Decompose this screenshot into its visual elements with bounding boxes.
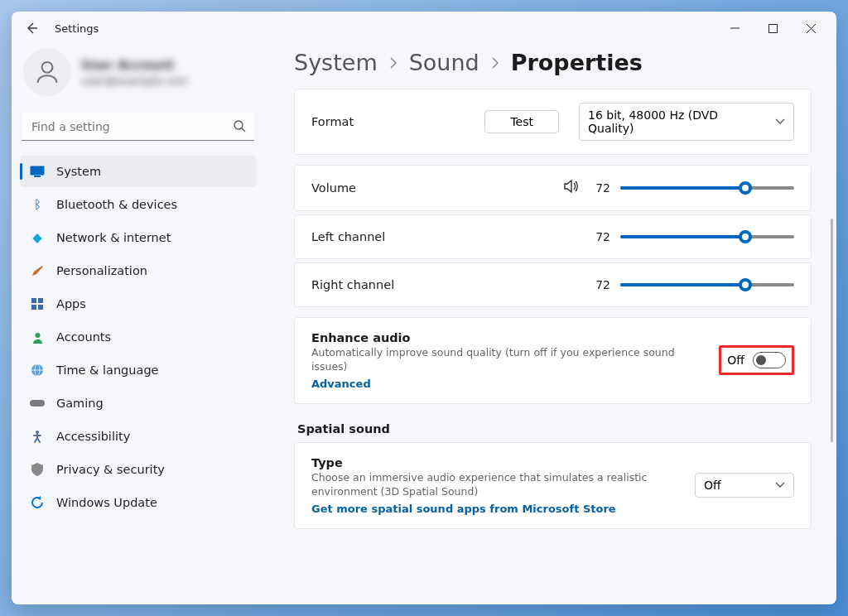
update-icon — [30, 495, 45, 510]
spatial-type-title: Type — [311, 456, 682, 469]
volume-card: Volume 72 — [294, 165, 812, 211]
svg-rect-0 — [768, 24, 777, 32]
sidebar-item-system[interactable]: System — [20, 156, 256, 187]
breadcrumb: System Sound Properties — [294, 50, 812, 75]
toggle-knob — [756, 355, 766, 365]
sidebar-item-label: Apps — [56, 297, 86, 310]
sidebar-item-update[interactable]: Windows Update — [20, 487, 256, 518]
chevron-down-icon — [775, 118, 785, 125]
right-channel-value: 72 — [590, 278, 610, 291]
shield-icon — [30, 462, 45, 477]
test-button[interactable]: Test — [484, 110, 559, 133]
sidebar-item-label: Network & internet — [56, 231, 171, 244]
right-channel-card: Right channel 72 — [294, 262, 812, 307]
crumb-properties: Properties — [511, 50, 643, 75]
svg-rect-12 — [30, 400, 45, 407]
spatial-type-card: Type Choose an immersive audio experienc… — [294, 442, 812, 529]
sidebar-item-bluetooth[interactable]: ᛒ Bluetooth & devices — [20, 189, 256, 220]
sidebar-item-personalization[interactable]: Personalization — [20, 255, 256, 286]
sidebar-item-label: Personalization — [56, 264, 147, 277]
close-button[interactable] — [792, 15, 830, 41]
sidebar-item-label: System — [56, 165, 101, 178]
sidebar-item-label: Accessibility — [56, 430, 130, 443]
arrow-left-icon — [25, 22, 38, 35]
sidebar-item-accessibility[interactable]: Accessibility — [20, 421, 256, 452]
advanced-link[interactable]: Advanced — [311, 378, 706, 390]
apps-icon — [30, 296, 45, 311]
sidebar-item-time-language[interactable]: Time & language — [20, 354, 256, 386]
right-channel-slider[interactable] — [620, 277, 794, 293]
bluetooth-icon: ᛒ — [30, 197, 45, 212]
titlebar: Settings — [12, 12, 836, 45]
main-content: System Sound Properties Format Test 16 b… — [264, 45, 836, 604]
back-button[interactable] — [18, 15, 45, 41]
svg-rect-7 — [31, 305, 36, 310]
spatial-store-link[interactable]: Get more spatial sound apps from Microso… — [311, 503, 682, 515]
volume-slider[interactable] — [620, 180, 794, 196]
minimize-button[interactable] — [716, 15, 754, 41]
maximize-button[interactable] — [754, 15, 792, 41]
spatial-desc: Choose an immersive audio experience tha… — [311, 471, 682, 499]
sidebar-item-label: Windows Update — [56, 496, 157, 509]
spatial-section-title: Spatial sound — [297, 422, 812, 436]
svg-point-1 — [42, 62, 53, 73]
sidebar-item-network[interactable]: ◆ Network & internet — [20, 222, 256, 253]
format-label: Format — [311, 115, 354, 128]
chevron-right-icon — [389, 57, 398, 69]
game-icon — [30, 396, 45, 411]
format-card: Format Test 16 bit, 48000 Hz (DVD Qualit… — [294, 89, 812, 155]
spatial-type-select[interactable]: Off — [695, 473, 794, 498]
enhance-title: Enhance audio — [311, 331, 706, 344]
svg-point-9 — [35, 333, 40, 338]
format-select[interactable]: 16 bit, 48000 Hz (DVD Quality) — [579, 103, 794, 141]
crumb-sound[interactable]: Sound — [409, 50, 479, 75]
window-controls — [716, 15, 830, 41]
toggle-state-label: Off — [727, 354, 744, 367]
nav: System ᛒ Bluetooth & devices ◆ Network &… — [20, 156, 256, 518]
sidebar-item-label: Time & language — [56, 363, 159, 377]
globe-icon — [30, 363, 45, 378]
sidebar-item-gaming[interactable]: Gaming — [20, 387, 256, 419]
sidebar-item-accounts[interactable]: Accounts — [20, 321, 256, 353]
volume-value: 72 — [590, 181, 610, 195]
sidebar-item-privacy[interactable]: Privacy & security — [20, 454, 256, 485]
avatar — [23, 48, 71, 96]
search-input[interactable] — [22, 113, 254, 141]
enhance-audio-toggle[interactable] — [753, 352, 786, 368]
svg-point-2 — [234, 121, 243, 129]
scrollbar[interactable] — [831, 219, 833, 442]
profile[interactable]: User Account user@example.com — [20, 45, 256, 104]
format-value: 16 bit, 48000 Hz (DVD Quality) — [588, 108, 767, 135]
svg-rect-8 — [38, 305, 43, 310]
left-channel-label: Left channel — [311, 230, 385, 243]
enhance-audio-card: Enhance audio Automatically improve soun… — [294, 317, 812, 404]
sidebar-item-label: Gaming — [56, 397, 104, 410]
search-wrap — [22, 113, 254, 141]
svg-rect-5 — [31, 298, 36, 303]
wifi-icon: ◆ — [30, 230, 45, 245]
profile-text: User Account user@example.com — [81, 58, 188, 87]
speaker-icon[interactable] — [564, 179, 581, 197]
window-title: Settings — [55, 22, 99, 35]
left-channel-slider[interactable] — [620, 229, 794, 245]
sidebar-item-label: Privacy & security — [56, 463, 165, 476]
person-icon — [30, 330, 45, 344]
crumb-system[interactable]: System — [294, 50, 378, 75]
right-channel-label: Right channel — [311, 278, 394, 291]
highlight-box: Off — [719, 345, 794, 375]
sidebar-item-apps[interactable]: Apps — [20, 288, 256, 320]
chevron-down-icon — [775, 482, 785, 488]
accessibility-icon — [30, 429, 45, 444]
svg-rect-3 — [31, 166, 45, 176]
maximize-icon — [768, 24, 778, 33]
monitor-icon — [30, 164, 45, 179]
enhance-desc: Automatically improve sound quality (tur… — [311, 346, 706, 374]
spatial-value: Off — [704, 479, 721, 492]
body: User Account user@example.com System ᛒ B… — [12, 45, 836, 604]
minimize-icon — [730, 24, 740, 33]
left-channel-card: Left channel 72 — [294, 214, 812, 259]
volume-label: Volume — [311, 181, 356, 195]
svg-rect-6 — [38, 298, 43, 303]
search-icon — [233, 119, 246, 136]
sidebar: User Account user@example.com System ᛒ B… — [12, 45, 264, 604]
